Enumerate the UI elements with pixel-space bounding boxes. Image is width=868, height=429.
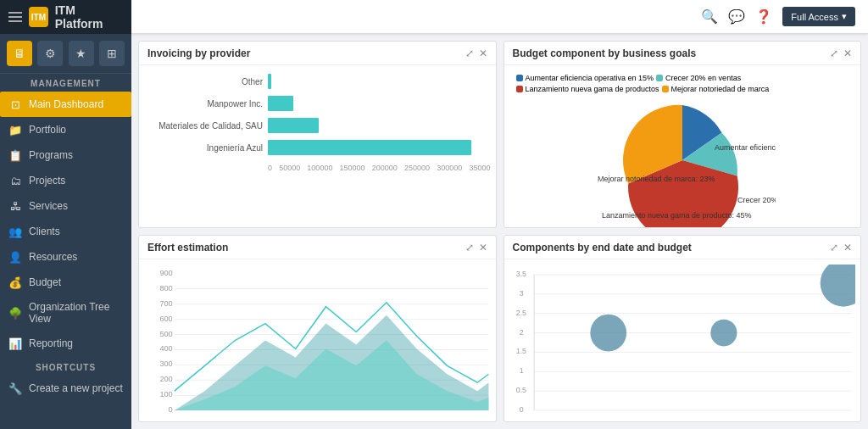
svg-text:800: 800 xyxy=(159,284,172,292)
svg-text:Crecer 20% en ventas: 13%: Crecer 20% en ventas: 13% xyxy=(737,196,776,204)
monitor-icon-btn[interactable]: 🖥 xyxy=(7,41,32,66)
budget-body: Aumentar eficiencia operativa en 15% Cre… xyxy=(504,65,861,227)
budget-header: Budget component by business goals ⤢ ✕ xyxy=(504,42,861,65)
svg-text:1: 1 xyxy=(519,366,523,375)
svg-text:100: 100 xyxy=(159,390,172,398)
close-icon[interactable]: ✕ xyxy=(843,47,852,59)
bar-x-axis: 0 50000 100000 150000 200000 250000 3000… xyxy=(144,162,491,172)
clients-icon: 👥 xyxy=(8,225,22,238)
svg-text:2: 2 xyxy=(519,327,523,336)
area-chart-svg: 0 100 200 300 400 500 600 700 800 900 10… xyxy=(144,265,491,416)
invoicing-controls: ⤢ ✕ xyxy=(465,47,487,59)
svg-text:2.5: 2.5 xyxy=(515,309,526,317)
legend-item: Aumentar eficiencia operativa en 15% xyxy=(516,74,654,82)
close-icon[interactable]: ✕ xyxy=(479,47,487,59)
sidebar-item-create-project[interactable]: 🔧 Create a new project xyxy=(0,376,131,401)
components-body: 0 0.5 1 1.5 2 2.5 3 3.5 xyxy=(504,259,861,421)
bubble xyxy=(590,315,626,352)
legend-color xyxy=(516,75,523,81)
svg-text:900: 900 xyxy=(159,269,172,277)
bar-fill xyxy=(268,140,471,155)
x-label: 35000 xyxy=(469,164,490,172)
sidebar-item-budget[interactable]: 💰 Budget xyxy=(0,270,131,295)
effort-header: Effort estimation ⤢ ✕ xyxy=(139,236,496,259)
svg-text:1000: 1000 xyxy=(151,265,168,266)
close-icon[interactable]: ✕ xyxy=(479,242,487,254)
org-tree-icon: 🌳 xyxy=(8,306,22,320)
reporting-icon: 📊 xyxy=(8,337,22,350)
svg-text:0: 0 xyxy=(519,405,523,414)
expand-icon[interactable]: ⤢ xyxy=(465,47,474,59)
close-icon[interactable]: ✕ xyxy=(843,242,852,254)
star-icon-btn[interactable]: ★ xyxy=(69,41,94,66)
sidebar: ITM ITM Platform 🖥 ⚙ ★ ⊞ MANAGEMENT ⊡ Ma… xyxy=(0,0,131,429)
svg-text:3: 3 xyxy=(519,289,523,298)
sidebar-item-label: Organization Tree View xyxy=(29,301,123,325)
hamburger-menu[interactable] xyxy=(8,12,22,22)
svg-text:Lanzamiento nueva gama de prod: Lanzamiento nueva gama de producto: 45% xyxy=(602,211,752,220)
svg-text:400: 400 xyxy=(159,345,172,354)
sidebar-item-label: Create a new project xyxy=(29,382,123,394)
budget-title: Budget component by business goals xyxy=(513,47,697,59)
sidebar-item-label: Budget xyxy=(29,276,61,288)
sidebar-item-resources[interactable]: 👤 Resources xyxy=(0,244,131,270)
search-icon[interactable]: 🔍 xyxy=(701,8,718,25)
bar-row-manpower: Manpower Inc. xyxy=(144,96,491,111)
x-label: 0 xyxy=(268,164,272,172)
sidebar-item-org-tree[interactable]: 🌳 Organization Tree View xyxy=(0,295,131,331)
help-icon[interactable]: ❓ xyxy=(755,8,772,25)
x-label: 250000 xyxy=(404,164,430,172)
dashboard-icon: ⊡ xyxy=(8,98,22,111)
resources-icon: 👤 xyxy=(8,250,22,264)
invoicing-panel: Invoicing by provider ⤢ ✕ Other Manpower xyxy=(138,41,497,228)
expand-icon[interactable]: ⤢ xyxy=(830,242,838,254)
sidebar-item-reporting[interactable]: 📊 Reporting xyxy=(0,331,131,356)
bar-wrap xyxy=(268,74,491,89)
full-access-button[interactable]: Full Access ▾ xyxy=(782,7,855,26)
sidebar-item-services[interactable]: 🖧 Services xyxy=(0,193,131,219)
shortcuts-section: 🔧 Create a new project xyxy=(0,376,131,401)
bubble xyxy=(820,265,855,307)
shortcuts-section-label: SHORTCUTS xyxy=(0,356,131,376)
expand-icon[interactable]: ⤢ xyxy=(465,242,474,254)
budget-controls: ⤢ ✕ xyxy=(830,47,852,59)
sidebar-item-clients[interactable]: 👥 Clients xyxy=(0,219,131,244)
programs-icon: 📋 xyxy=(8,148,22,162)
grid-icon-btn[interactable]: ⊞ xyxy=(99,41,125,66)
x-label: 300000 xyxy=(437,164,462,172)
sidebar-item-programs[interactable]: 📋 Programs xyxy=(0,142,131,168)
services-icon: 🖧 xyxy=(8,199,22,213)
effort-body: 0 100 200 300 400 500 600 700 800 900 10… xyxy=(139,259,496,421)
app-title: ITM Platform xyxy=(55,3,123,31)
chat-icon[interactable]: 💬 xyxy=(728,8,745,25)
svg-text:600: 600 xyxy=(159,315,172,323)
bubble-chart-svg: 0 0.5 1 1.5 2 2.5 3 3.5 xyxy=(509,265,856,416)
svg-text:Mejorar notoriedad de marca: 2: Mejorar notoriedad de marca: 23% xyxy=(598,175,715,183)
svg-text:700: 700 xyxy=(159,299,172,308)
effort-title: Effort estimation xyxy=(147,242,228,254)
sidebar-icon-row: 🖥 ⚙ ★ ⊞ xyxy=(0,34,131,74)
expand-icon[interactable]: ⤢ xyxy=(830,47,838,59)
sidebar-header: ITM ITM Platform xyxy=(0,0,131,34)
legend-label: Crecer 20% en ventas xyxy=(665,74,741,82)
sidebar-item-projects[interactable]: 🗂 Projects xyxy=(0,168,131,193)
sidebar-item-main-dashboard[interactable]: ⊡ Main Dashboard xyxy=(0,92,131,117)
svg-text:200: 200 xyxy=(159,375,172,383)
x-label: 100000 xyxy=(307,164,332,172)
legend-item: Crecer 20% en ventas xyxy=(656,74,741,82)
x-label: 200000 xyxy=(372,164,398,172)
sidebar-item-label: Programs xyxy=(29,149,73,161)
svg-text:Aumentar eficiencia operativa : Aumentar eficiencia operativa en 15% xyxy=(715,143,776,152)
gear-icon-btn[interactable]: ⚙ xyxy=(37,41,63,66)
sidebar-item-label: Reporting xyxy=(29,337,73,349)
invoicing-title: Invoicing by provider xyxy=(147,47,250,59)
bar-label: Materiales de Calidad, SAU xyxy=(144,121,263,131)
svg-text:300: 300 xyxy=(159,359,172,368)
pie-container: Aumentar eficiencia operativa en 15% Cre… xyxy=(509,97,856,223)
bar-row-other: Other xyxy=(144,74,491,89)
sidebar-item-portfolio[interactable]: 📁 Portfolio xyxy=(0,117,131,142)
sidebar-item-label: Clients xyxy=(29,226,60,237)
bar-fill xyxy=(268,118,319,133)
budget-icon: 💰 xyxy=(8,276,22,289)
dropdown-icon: ▾ xyxy=(842,11,847,22)
